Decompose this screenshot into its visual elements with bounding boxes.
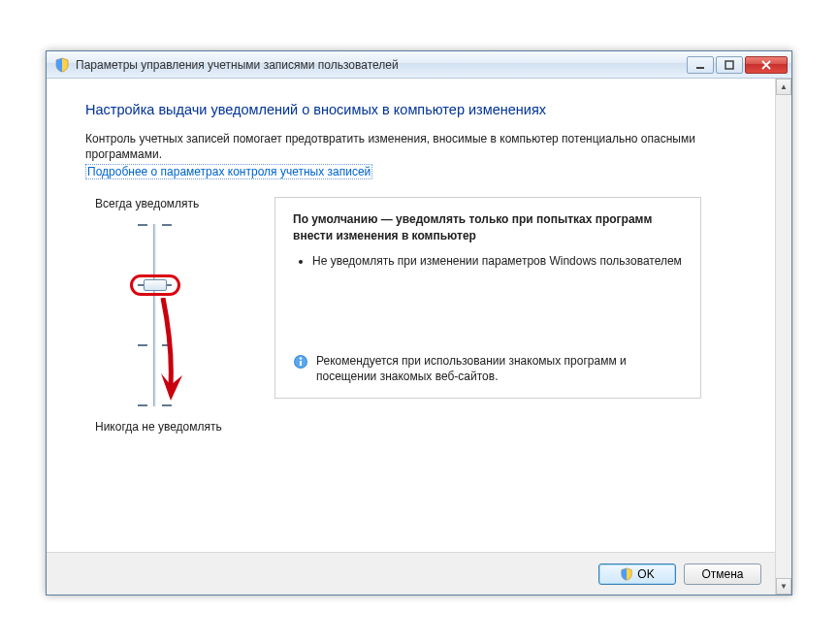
info-icon: [293, 354, 308, 370]
slider-label-never: Никогда не уведомлять: [95, 420, 245, 434]
shield-icon: [54, 57, 70, 73]
svg-rect-1: [725, 61, 733, 69]
scroll-up-button[interactable]: ▲: [776, 79, 791, 95]
slider-tick: [138, 404, 147, 406]
close-icon: [760, 60, 772, 70]
minimize-button[interactable]: [687, 56, 714, 74]
titlebar[interactable]: Параметры управления учетными записями п…: [47, 51, 791, 79]
intro-text: Контроль учетных записей помогает предот…: [85, 131, 736, 162]
close-button[interactable]: [745, 56, 788, 74]
slider-tick: [138, 224, 147, 226]
client-area: Настройка выдачи уведомлений о вносимых …: [47, 79, 791, 595]
cancel-label: Отмена: [701, 567, 743, 581]
button-bar: OK Отмена: [47, 552, 775, 595]
uac-slider[interactable]: [134, 218, 245, 412]
recommendation-text: Рекомендуется при использовании знакомых…: [316, 353, 685, 384]
slider-tick: [138, 344, 147, 346]
uac-settings-window: Параметры управления учетными записями п…: [46, 50, 792, 596]
content-pane: Настройка выдачи уведомлений о вносимых …: [47, 79, 775, 595]
maximize-button[interactable]: [716, 56, 743, 74]
window-title: Параметры управления учетными записями п…: [76, 58, 687, 72]
ok-button[interactable]: OK: [598, 564, 676, 585]
slider-thumb[interactable]: [144, 279, 167, 291]
slider-tick: [162, 224, 172, 226]
recommendation-row: Рекомендуется при использовании знакомых…: [293, 353, 685, 384]
scroll-down-button[interactable]: ▼: [776, 578, 791, 595]
slider-column: Всегда уведомлять: [85, 197, 245, 434]
level-title: По умолчанию — уведомлять только при поп…: [293, 211, 685, 242]
slider-tick: [162, 404, 172, 406]
svg-rect-4: [300, 361, 302, 366]
level-bullets: Не уведомлять при изменении параметров W…: [312, 253, 685, 269]
annotation-arrow-icon: [157, 298, 196, 401]
slider-tick: [162, 344, 172, 346]
learn-more-link[interactable]: Подробнее о параметрах контроля учетных …: [85, 164, 372, 179]
level-bullet: Не уведомлять при изменении параметров W…: [312, 253, 685, 269]
slider-section: Всегда уведомлять: [85, 197, 736, 434]
ok-label: OK: [637, 567, 654, 581]
window-controls: [687, 56, 788, 74]
page-heading: Настройка выдачи уведомлений о вносимых …: [85, 102, 736, 117]
svg-point-5: [300, 357, 302, 359]
slider-label-always: Всегда уведомлять: [95, 197, 245, 210]
svg-rect-0: [696, 67, 704, 69]
shield-icon: [620, 567, 633, 581]
vertical-scrollbar[interactable]: ▲ ▼: [775, 79, 791, 595]
maximize-icon: [725, 60, 734, 70]
level-description-box: По умолчанию — уведомлять только при поп…: [274, 197, 701, 399]
cancel-button[interactable]: Отмена: [684, 564, 761, 585]
slider-track: [153, 224, 156, 406]
minimize-icon: [695, 60, 705, 70]
